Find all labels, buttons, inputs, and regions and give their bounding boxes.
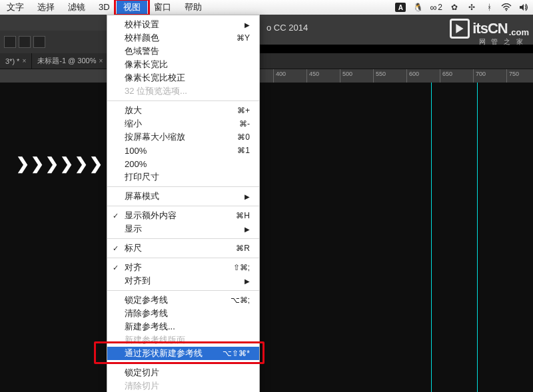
menubar-item-窗口[interactable]: 窗口	[147, 0, 178, 15]
menu-item-label: 100%	[125, 146, 147, 156]
ruler-tick: 400	[273, 69, 274, 83]
ruler-tick: 450	[306, 69, 307, 83]
menubar-item-视图[interactable]: 视图	[117, 0, 147, 15]
menu-item-label: 像素长宽比	[125, 59, 168, 71]
menu-item-label: 放大	[125, 104, 142, 116]
ruler-tick: 700	[473, 69, 474, 83]
menu-item-label: 200%	[125, 159, 147, 169]
menubar-item-帮助[interactable]: 帮助	[178, 0, 209, 15]
ruler-tick: 750	[506, 69, 507, 83]
menu-item-新建参考线...[interactable]: 新建参考线...	[107, 320, 259, 333]
close-icon[interactable]: ×	[99, 57, 103, 65]
volume-icon[interactable]	[518, 2, 529, 13]
creative-cloud-badge[interactable]: ∞2	[430, 2, 442, 13]
bluetooth-icon[interactable]: ᚼ	[484, 2, 494, 13]
tab-label: 未标题-1 @ 300%	[37, 56, 96, 66]
menubar-item-滤镜[interactable]: 滤镜	[61, 0, 92, 15]
canvas[interactable]: ❯❯❯❯❯❯	[0, 83, 533, 392]
menu-item-label: 校样颜色	[125, 32, 159, 44]
vertical-guide[interactable]	[431, 83, 432, 392]
menu-item-色域警告[interactable]: 色域警告	[107, 45, 259, 58]
menu-item-放大[interactable]: 放大⌘+	[107, 104, 259, 117]
menu-separator	[107, 238, 259, 239]
menu-shortcut: ⌘H	[236, 211, 250, 220]
menu-item-对齐到[interactable]: 对齐到▶	[107, 274, 259, 288]
view-menu-dropdown: 校样设置▶校样颜色⌘Y色域警告像素长宽比像素长宽比校正32 位预览选项...放大…	[107, 15, 260, 392]
menu-item-label: 校样设置	[125, 19, 159, 31]
menubar-item-文字[interactable]: 文字	[0, 0, 31, 15]
menu-item-校样颜色[interactable]: 校样颜色⌘Y	[107, 31, 259, 45]
document-tab[interactable]: 未标题-1 @ 300%×	[32, 53, 109, 69]
menu-item-label: 显示额外内容	[125, 210, 177, 222]
menu-shortcut: ⌘R	[236, 244, 250, 253]
menu-item-清除切片: 清除切片	[107, 379, 259, 392]
menu-item-label: 缩小	[125, 118, 142, 130]
menu-item-label: 标尺	[125, 242, 142, 254]
ruler-tick: 650	[440, 69, 440, 83]
menu-item-100%[interactable]: 100%⌘1	[107, 144, 259, 157]
menu-item-label: 清除切片	[125, 380, 159, 392]
tab-label: 3*) *	[5, 57, 19, 65]
menu-shortcut: ⌥⇧⌘*	[223, 349, 250, 358]
ruler-tick: 550	[373, 69, 374, 83]
vertical-guide[interactable]	[477, 83, 478, 392]
chevron-artwork: ❯❯❯❯❯❯	[16, 154, 104, 173]
menu-item-锁定切片[interactable]: 锁定切片	[107, 366, 259, 379]
submenu-arrow-icon: ▶	[245, 278, 250, 285]
menu-item-label: 显示	[125, 223, 142, 235]
menu-item-label: 新建参考线...	[125, 321, 175, 333]
wifi-icon[interactable]	[501, 2, 512, 13]
submenu-arrow-icon: ▶	[245, 193, 250, 200]
watermark-subtitle: 网 管 之 家	[479, 37, 525, 47]
menubar-right: A 🐧 ∞2 ✿ ✣ ᚼ	[395, 2, 529, 13]
menu-item-通过形状新建参考线[interactable]: 通过形状新建参考线⌥⇧⌘*	[107, 347, 259, 360]
menu-item-标尺[interactable]: ✓标尺⌘R	[107, 242, 259, 255]
menu-shortcut: ⌘1	[237, 146, 250, 155]
check-icon: ✓	[113, 244, 119, 253]
menubar-item-3D[interactable]: 3D	[92, 0, 117, 15]
menu-item-新建参考线版面...: 新建参考线版面...	[107, 333, 259, 347]
menu-item-label: 打印尺寸	[125, 171, 159, 183]
ruler-tick: 500	[340, 69, 340, 83]
menu-shortcut: ⌥⌘;	[231, 295, 250, 305]
menu-item-锁定参考线[interactable]: 锁定参考线⌥⌘;	[107, 294, 259, 307]
menu-item-像素长宽比[interactable]: 像素长宽比	[107, 58, 259, 71]
menu-item-label: 锁定参考线	[125, 294, 168, 306]
app-title: o CC 2014	[266, 23, 308, 33]
menu-item-打印尺寸[interactable]: 打印尺寸	[107, 170, 259, 184]
menu-item-按屏幕大小缩放[interactable]: 按屏幕大小缩放⌘0	[107, 130, 259, 144]
menu-item-label: 像素长宽比校正	[125, 72, 185, 84]
menu-item-缩小[interactable]: 缩小⌘-	[107, 117, 259, 130]
close-icon[interactable]: ×	[22, 57, 26, 65]
menubar-item-选择[interactable]: 选择	[31, 0, 61, 15]
menu-item-像素长宽比校正[interactable]: 像素长宽比校正	[107, 71, 259, 85]
menu-item-显示[interactable]: 显示▶	[107, 222, 259, 236]
tool-swatch[interactable]	[33, 36, 45, 48]
check-icon: ✓	[113, 264, 119, 272]
tool-swatch[interactable]	[4, 36, 16, 48]
menu-item-label: 锁定切片	[125, 367, 159, 379]
penguin-icon[interactable]: 🐧	[412, 2, 423, 13]
adobe-badge[interactable]: A	[395, 3, 406, 12]
menu-item-200%[interactable]: 200%	[107, 157, 259, 170]
menu-item-label: 通过形状新建参考线	[125, 347, 203, 359]
menu-item-显示额外内容[interactable]: ✓显示额外内容⌘H	[107, 209, 259, 222]
document-tab[interactable]: 3*) *×	[0, 53, 32, 69]
watermark-logo: itsCN .com	[450, 19, 529, 39]
menu-item-清除参考线[interactable]: 清除参考线	[107, 307, 259, 320]
check-icon: ✓	[113, 212, 119, 220]
horizontal-ruler[interactable]: 350400450500550600650700750800850900	[0, 69, 533, 83]
leaf-icon[interactable]: ✿	[449, 2, 460, 13]
submenu-arrow-icon: ▶	[245, 226, 250, 233]
menu-item-label: 清除参考线	[125, 307, 168, 319]
menu-item-屏幕模式[interactable]: 屏幕模式▶	[107, 190, 259, 203]
menu-separator	[107, 186, 259, 187]
menu-item-校样设置[interactable]: 校样设置▶	[107, 18, 259, 31]
menu-item-对齐[interactable]: ✓对齐⇧⌘;	[107, 261, 259, 274]
menu-shortcut: ⌘Y	[237, 33, 250, 43]
svg-point-0	[506, 10, 507, 11]
tool-swatch[interactable]	[19, 36, 31, 48]
menu-item-label: 按屏幕大小缩放	[125, 131, 185, 143]
fan-icon[interactable]: ✣	[466, 2, 477, 13]
menu-separator	[107, 206, 259, 206]
